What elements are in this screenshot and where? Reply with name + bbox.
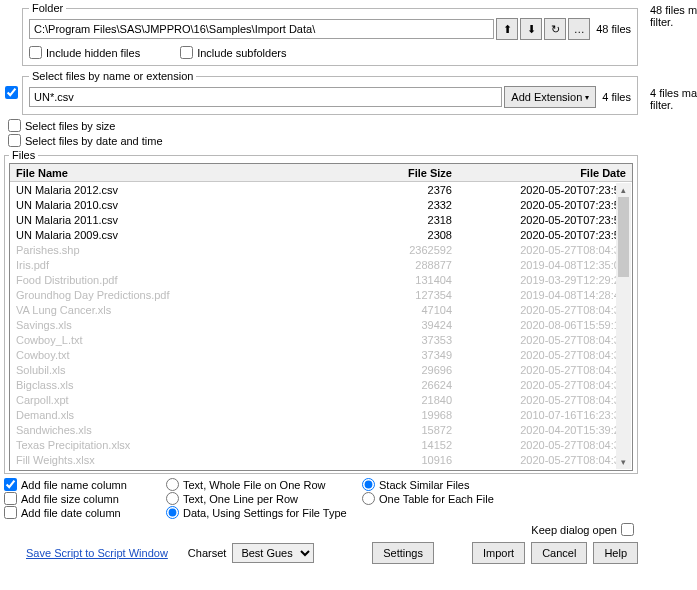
radio-one-table[interactable]: One Table for Each File [362,492,537,505]
radio-text-line[interactable]: Text, One Line per Row [166,492,358,505]
cell-name: UN Malaria 2009.csv [10,229,372,241]
cell-name: Cowboy_L.txt [10,334,372,346]
cell-date: 2020-08-06T15:59:18 [458,319,632,331]
table-row[interactable]: UN Malaria 2012.csv23762020-05-20T07:23:… [10,182,632,197]
scroll-down-icon[interactable]: ▾ [616,455,631,469]
cell-date: 2020-04-20T15:39:26 [458,424,632,436]
include-hidden-checkbox[interactable]: Include hidden files [29,46,140,59]
cell-size: 2308 [372,229,458,241]
cell-name: Fill Weights.xlsx [10,454,372,466]
table-row[interactable]: Solubil.xls296962020-05-27T08:04:30 [10,362,632,377]
folder-browse-button[interactable]: … [568,18,590,40]
files-table: File Name File Size File Date UN Malaria… [9,163,633,471]
table-row[interactable]: Parishes.shp23625922020-05-27T08:04:30 [10,242,632,257]
filter-enable-checkbox[interactable] [5,86,18,99]
cell-size: 14152 [372,439,458,451]
callout-4: 4 files match this filter. [650,87,697,111]
col-header-name[interactable]: File Name [10,167,372,179]
cell-size: 2332 [372,199,458,211]
col-header-size[interactable]: File Size [372,167,458,179]
cell-size: 47104 [372,304,458,316]
radio-data-settings[interactable]: Data, Using Settings for File Type [166,506,358,519]
table-row[interactable]: UN Malaria 2010.csv23322020-05-20T07:23:… [10,197,632,212]
folder-down-button[interactable]: ⬇ [520,18,542,40]
cell-date: 2020-05-20T07:23:50 [458,199,632,211]
table-row[interactable]: Fill Weights.xlsx109162020-05-27T08:04:3… [10,452,632,467]
settings-button[interactable]: Settings [372,542,434,564]
table-row[interactable]: VA Lung Cancer.xls471042020-05-27T08:04:… [10,302,632,317]
cell-date: 2020-05-27T08:04:30 [458,364,632,376]
cell-name: UN Malaria 2010.csv [10,199,372,211]
table-row[interactable]: Iris.pdf2888772019-04-08T12:35:04 [10,257,632,272]
cell-date: 2020-05-27T08:04:30 [458,349,632,361]
select-by-size-checkbox[interactable]: Select files by size [8,119,638,132]
add-file-name-checkbox[interactable]: Add file name column [4,478,162,491]
cell-date: 2020-05-27T08:04:30 [458,244,632,256]
table-row[interactable]: Sandwiches.xls158722020-04-20T15:39:26 [10,422,632,437]
cell-date: 2019-04-08T12:35:04 [458,259,632,271]
charset-combo[interactable]: Best Guess [232,543,314,563]
cell-date: 2020-05-20T07:23:50 [458,214,632,226]
radio-stack[interactable]: Stack Similar Files [362,478,537,491]
scroll-thumb[interactable] [618,197,629,277]
chevron-down-icon: ▾ [585,93,589,102]
include-subfolders-checkbox[interactable]: Include subfolders [180,46,286,59]
folder-count: 48 files [596,23,631,35]
keep-dialog-checkbox[interactable]: Keep dialog open [531,523,634,536]
cell-date: 2020-05-27T08:04:30 [458,439,632,451]
cell-size: 131404 [372,274,458,286]
col-header-date[interactable]: File Date [458,167,632,179]
folder-path-input[interactable] [29,19,494,39]
cell-size: 29696 [372,364,458,376]
table-row[interactable]: Call_DLL_Functions_64bit.dll97282013-05-… [10,467,632,470]
cell-date: 2020-05-27T08:04:30 [458,394,632,406]
add-file-date-checkbox[interactable]: Add file date column [4,506,162,519]
cell-size: 37353 [372,334,458,346]
table-row[interactable]: Texas Precipitation.xlsx141522020-05-27T… [10,437,632,452]
cell-date: 2010-07-16T16:23:36 [458,409,632,421]
charset-label: Charset [188,547,227,559]
cancel-button[interactable]: Cancel [531,542,587,564]
cell-date: 2013-05-10T18:23:18 [458,469,632,471]
cell-date: 2020-05-27T08:04:30 [458,304,632,316]
cell-size: 9728 [372,469,458,471]
cell-name: Demand.xls [10,409,372,421]
cell-date: 2020-05-27T08:04:30 [458,334,632,346]
table-row[interactable]: UN Malaria 2011.csv23182020-05-20T07:23:… [10,212,632,227]
cell-name: Sandwiches.xls [10,424,372,436]
table-scrollbar[interactable]: ▴ ▾ [616,183,631,469]
table-row[interactable]: Savings.xls394242020-08-06T15:59:18 [10,317,632,332]
cell-size: 19968 [372,409,458,421]
cell-name: Solubil.xls [10,364,372,376]
cell-size: 127354 [372,289,458,301]
add-extension-button[interactable]: Add Extension▾ [504,86,596,108]
cell-size: 15872 [372,424,458,436]
select-by-date-checkbox[interactable]: Select files by date and time [8,134,638,147]
cell-size: 10916 [372,454,458,466]
radio-text-whole[interactable]: Text, Whole File on One Row [166,478,358,491]
save-script-link[interactable]: Save Script to Script Window [26,547,168,559]
cell-name: Cowboy.txt [10,349,372,361]
table-row[interactable]: Groundhog Day Predictions.pdf1273542019-… [10,287,632,302]
table-row[interactable]: UN Malaria 2009.csv23082020-05-20T07:23:… [10,227,632,242]
scroll-up-icon[interactable]: ▴ [616,183,631,197]
table-row[interactable]: Demand.xls199682010-07-16T16:23:36 [10,407,632,422]
cell-size: 26624 [372,379,458,391]
folder-refresh-button[interactable]: ↻ [544,18,566,40]
table-row[interactable]: Food Distribution.pdf1314042019-03-29T12… [10,272,632,287]
cell-name: Carpoll.xpt [10,394,372,406]
help-button[interactable]: Help [593,542,638,564]
cell-date: 2020-05-27T08:04:30 [458,454,632,466]
table-row[interactable]: Bigclass.xls266242020-05-27T08:04:30 [10,377,632,392]
import-button[interactable]: Import [472,542,525,564]
table-row[interactable]: Cowboy.txt373492020-05-27T08:04:30 [10,347,632,362]
filter-pattern-input[interactable] [29,87,502,107]
cell-name: Texas Precipitation.xlsx [10,439,372,451]
cell-size: 2376 [372,184,458,196]
filter-legend: Select files by name or extension [29,70,196,82]
table-row[interactable]: Carpoll.xpt218402020-05-27T08:04:30 [10,392,632,407]
cell-name: Iris.pdf [10,259,372,271]
folder-up-button[interactable]: ⬆ [496,18,518,40]
table-row[interactable]: Cowboy_L.txt373532020-05-27T08:04:30 [10,332,632,347]
add-file-size-checkbox[interactable]: Add file size column [4,492,162,505]
